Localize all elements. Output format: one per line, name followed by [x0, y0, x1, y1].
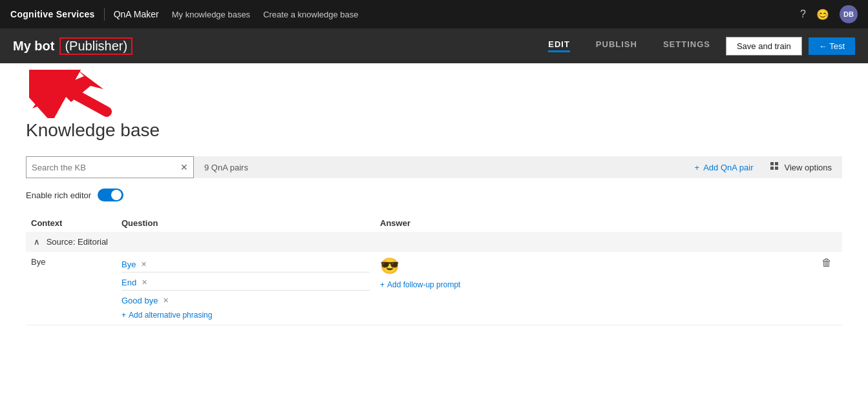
view-options-icon [770, 162, 781, 173]
delete-row-button[interactable]: 🗑 [821, 257, 832, 268]
add-alt-phrasing-label: Add alternative phrasing [129, 311, 212, 320]
question-text-bye: Bye [122, 260, 136, 269]
nav-link-knowledge-bases[interactable]: My knowledge bases [172, 10, 250, 19]
help-icon[interactable]: ? [800, 8, 806, 20]
add-followup-label: Add follow-up prompt [387, 280, 460, 289]
search-box: ✕ [26, 156, 194, 178]
qna-count-bar: 9 QnA pairs + Add QnA pair View options [194, 156, 842, 178]
view-options-label: View options [785, 163, 832, 172]
test-button[interactable]: ← Test [809, 37, 855, 55]
tab-publish[interactable]: PUBLISH [596, 39, 637, 52]
remove-question-end[interactable]: ✕ [142, 278, 147, 287]
red-arrow-svg [29, 70, 113, 118]
product-name: QnA Maker [114, 9, 159, 19]
secondary-header: My bot (Publisher) EDIT PUBLISH SETTINGS… [0, 28, 868, 63]
source-row: ∧ Source: Editorial [26, 232, 842, 252]
save-train-button[interactable]: Save and train [726, 37, 802, 56]
rich-editor-toggle[interactable] [98, 189, 123, 201]
tab-settings[interactable]: SETTINGS [663, 39, 710, 52]
nav-divider [104, 8, 105, 21]
remove-question-goodbye[interactable]: ✕ [163, 296, 169, 305]
svg-rect-4 [775, 162, 778, 165]
context-value: Bye [31, 257, 45, 267]
test-button-label: ← Test [819, 41, 845, 51]
row-actions-cell: 🗑 [816, 252, 842, 325]
context-cell: Bye [26, 252, 116, 325]
question-tag-bye: Bye ✕ [122, 257, 370, 272]
add-qna-label: Add QnA pair [703, 163, 753, 172]
top-nav: Cognitive Services QnA Maker My knowledg… [0, 0, 868, 28]
kb-table: Context Question Answer ∧ Source: Editor… [26, 214, 842, 325]
rich-editor-label: Enable rich editor [26, 190, 91, 200]
svg-rect-6 [775, 167, 778, 170]
nav-link-create-kb[interactable]: Create a knowledge base [263, 10, 358, 19]
question-text-goodbye: Good bye [122, 296, 158, 305]
user-avatar[interactable]: DB [840, 5, 858, 23]
add-qna-plus-icon: + [695, 163, 700, 172]
brand-name: Cognitive Services [10, 9, 95, 19]
svg-rect-5 [770, 167, 774, 170]
add-qna-button[interactable]: + Add QnA pair [695, 163, 754, 172]
add-alt-phrasing-button[interactable]: + Add alternative phrasing [122, 311, 370, 320]
add-followup-button[interactable]: + Add follow-up prompt [380, 280, 811, 289]
question-text-end: End [122, 278, 136, 287]
top-nav-links: My knowledge bases Create a knowledge ba… [172, 10, 359, 19]
table-row: Bye Bye ✕ End ✕ Good bye ✕ [26, 252, 842, 325]
bot-title: My bot [13, 39, 54, 54]
tab-edit[interactable]: EDIT [548, 39, 570, 52]
view-options-button[interactable]: View options [770, 162, 832, 173]
main-content: Knowledge base ✕ 9 QnA pairs + Add QnA p… [0, 63, 868, 325]
sec-nav-tabs: EDIT PUBLISH SETTINGS [548, 39, 710, 52]
remove-question-bye[interactable]: ✕ [141, 260, 147, 269]
col-answer: Answer [375, 214, 816, 232]
source-collapse-icon[interactable]: ∧ [34, 237, 40, 247]
source-label: Source: Editorial [47, 237, 108, 247]
svg-rect-3 [770, 162, 774, 165]
source-label-cell: ∧ Source: Editorial [26, 232, 842, 252]
answer-emoji: 😎 [380, 257, 399, 274]
top-nav-right: ? 😊 DB [800, 5, 858, 23]
smiley-icon[interactable]: 😊 [816, 8, 829, 21]
add-followup-plus-icon: + [380, 280, 385, 289]
question-tag-end: End ✕ [122, 275, 370, 291]
rich-editor-row: Enable rich editor [26, 189, 842, 201]
add-alt-plus-icon: + [122, 311, 126, 320]
search-input[interactable] [32, 163, 180, 172]
arrow-annotation-area [26, 63, 842, 115]
publisher-badge: (Publisher) [59, 37, 132, 55]
kb-toolbar: ✕ 9 QnA pairs + Add QnA pair View option… [26, 156, 842, 178]
answer-cell: 😎 + Add follow-up prompt [375, 252, 816, 325]
page-title: Knowledge base [26, 115, 842, 141]
qna-count: 9 QnA pairs [204, 163, 248, 172]
search-clear-icon[interactable]: ✕ [180, 162, 188, 172]
col-context: Context [26, 214, 116, 232]
col-question: Question [116, 214, 375, 232]
question-tag-goodbye: Good bye ✕ [122, 293, 370, 308]
question-cell: Bye ✕ End ✕ Good bye ✕ + Add alternative… [116, 252, 375, 325]
